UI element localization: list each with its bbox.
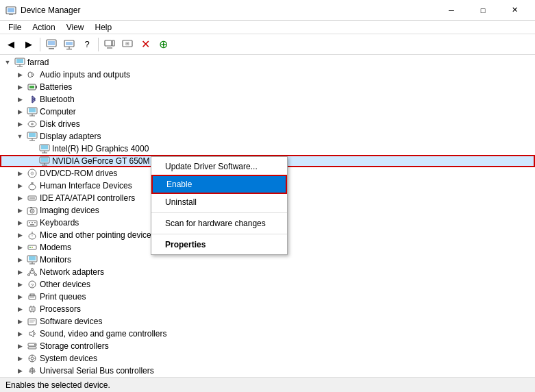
- remove-button[interactable]: ✕: [137, 36, 153, 53]
- add-button[interactable]: ⊕: [155, 36, 171, 53]
- expand-network[interactable]: ▶: [15, 267, 25, 277]
- keyboard-icon: [27, 217, 38, 228]
- expand-root[interactable]: ▼: [3, 58, 12, 67]
- expand-software[interactable]: ▶: [15, 317, 25, 326]
- minimize-button[interactable]: ─: [436, 0, 466, 21]
- status-text: Enables the selected device.: [5, 380, 110, 390]
- tree-root-label: farrad: [27, 58, 49, 67]
- svg-rect-1: [8, 8, 14, 12]
- tree-item-monitors[interactable]: ▶ Monitors: [0, 254, 535, 266]
- expand-storage[interactable]: ▶: [15, 341, 25, 351]
- expand-mice[interactable]: ▶: [15, 230, 25, 240]
- expand-keyboards[interactable]: ▶: [15, 218, 25, 228]
- svg-rect-65: [29, 256, 36, 260]
- processors-label: Processors: [40, 304, 81, 314]
- tree-item-disk[interactable]: ▶ Disk drives: [0, 118, 535, 130]
- tree-item-display[interactable]: ▼ Display adapters: [0, 130, 535, 143]
- close-button[interactable]: ✕: [499, 0, 530, 21]
- svg-rect-5: [49, 48, 54, 49]
- svg-rect-57: [30, 224, 34, 225]
- print-label: Print queues: [40, 292, 86, 302]
- svg-point-91: [34, 344, 36, 345]
- svg-point-70: [32, 269, 34, 271]
- svg-point-19: [28, 72, 32, 77]
- expand-processors[interactable]: ▶: [15, 304, 25, 314]
- expand-imaging[interactable]: ▶: [15, 206, 25, 215]
- tree-item-software[interactable]: ▶ Software devices: [0, 315, 535, 328]
- expand-computer[interactable]: ▶: [15, 107, 25, 117]
- expand-ide[interactable]: ▶: [15, 193, 25, 203]
- tree-item-audio[interactable]: ▶ Audio inputs and outputs: [0, 69, 535, 81]
- ctx-enable[interactable]: Enable: [151, 175, 287, 194]
- expand-other[interactable]: ▶: [15, 280, 25, 289]
- tree-item-other[interactable]: ▶ ? Other devices: [0, 278, 535, 291]
- ctx-properties[interactable]: Properties: [151, 236, 287, 253]
- ctx-sep-2: [151, 234, 287, 234]
- maximize-button[interactable]: □: [468, 0, 498, 21]
- tree-item-network[interactable]: ▶ Network adapters: [0, 266, 535, 278]
- properties-button[interactable]: [43, 36, 60, 53]
- dvd-icon: [27, 168, 38, 179]
- back-button[interactable]: ◀: [3, 36, 19, 53]
- svg-text:?: ?: [31, 282, 34, 289]
- tree-item-usb[interactable]: ▶ Universal Serial Bus controllers: [0, 365, 535, 377]
- update-button[interactable]: ⊞: [119, 36, 136, 53]
- ctx-update-driver[interactable]: Update Driver Software...: [151, 158, 287, 175]
- expand-system[interactable]: ▶: [15, 354, 25, 363]
- tree-item-sound[interactable]: ▶ Sound, video and game controllers: [0, 328, 535, 340]
- forward-button[interactable]: ▶: [21, 36, 37, 53]
- scan-button[interactable]: [101, 36, 118, 53]
- expand-usb[interactable]: ▶: [15, 366, 25, 376]
- expand-batteries[interactable]: ▶: [15, 82, 25, 92]
- computer-icon: [14, 57, 25, 68]
- batteries-icon: [27, 82, 38, 93]
- ctx-scan[interactable]: Scan for hardware changes: [151, 215, 287, 232]
- expand-dvd[interactable]: ▶: [15, 169, 25, 178]
- svg-rect-7: [66, 42, 73, 45]
- expand-modems[interactable]: ▶: [15, 243, 25, 252]
- svg-rect-56: [34, 222, 36, 223]
- expand-disk[interactable]: ▶: [15, 119, 25, 129]
- tree-item-processors[interactable]: ▶ Processors: [0, 303, 535, 315]
- other-label: Other devices: [40, 280, 90, 289]
- tree-item-print[interactable]: ▶ Print queues: [0, 291, 535, 303]
- tree-item-system[interactable]: ▶ System devices: [0, 352, 535, 365]
- menu-help[interactable]: Help: [90, 21, 118, 34]
- display-icon: [27, 131, 38, 142]
- tree-item-storage[interactable]: ▶ Storage controllers: [0, 340, 535, 352]
- ctx-uninstall[interactable]: Uninstall: [151, 194, 287, 210]
- tree-item-root[interactable]: ▼ farrad: [0, 56, 535, 69]
- display-label: Display adapters: [40, 132, 101, 141]
- tree-item-intel-gpu[interactable]: ▶ Intel(R) HD Graphics 4000: [0, 143, 535, 155]
- hid-label: Human Interface Devices: [40, 181, 132, 191]
- expand-hid[interactable]: ▶: [15, 181, 25, 191]
- system-label: System devices: [40, 354, 97, 363]
- expand-display[interactable]: ▼: [15, 132, 25, 141]
- software-label: Software devices: [40, 317, 102, 326]
- expand-bluetooth[interactable]: ▶: [15, 95, 25, 104]
- expand-audio[interactable]: ▶: [15, 70, 25, 79]
- system-icon: [27, 353, 38, 364]
- nvidia-gpu-icon: [39, 156, 50, 167]
- svg-point-62: [29, 247, 31, 248]
- device-tree[interactable]: ▼ farrad ▶ Audio inputs and outputs ▶: [0, 55, 535, 377]
- print-icon: [27, 291, 38, 302]
- expand-print[interactable]: ▶: [15, 292, 25, 302]
- window-controls: ─ □ ✕: [436, 0, 530, 21]
- menu-action[interactable]: Action: [27, 21, 60, 34]
- software-icon: [27, 316, 38, 327]
- tree-item-bluetooth[interactable]: ▶ Bluetooth: [0, 93, 535, 106]
- svg-rect-2: [9, 14, 13, 15]
- device-button[interactable]: [61, 36, 77, 53]
- svg-rect-55: [32, 222, 33, 223]
- menu-view[interactable]: View: [61, 21, 90, 34]
- help-button[interactable]: ?: [79, 36, 95, 53]
- expand-monitors[interactable]: ▶: [15, 255, 25, 265]
- svg-rect-10: [105, 40, 112, 46]
- expand-sound[interactable]: ▶: [15, 329, 25, 339]
- tree-item-batteries[interactable]: ▶ Batteries: [0, 81, 535, 93]
- svg-point-63: [32, 247, 33, 248]
- svg-rect-53: [27, 221, 37, 226]
- tree-item-computer[interactable]: ▶ Computer: [0, 106, 535, 118]
- menu-file[interactable]: File: [3, 21, 27, 34]
